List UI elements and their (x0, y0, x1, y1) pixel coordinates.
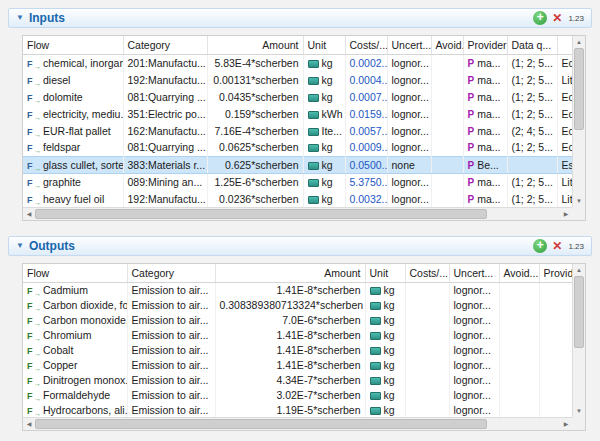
scrollbar-track[interactable] (35, 418, 560, 430)
cell-dq: (1; 2; 5... (507, 54, 557, 71)
scroll-up-icon[interactable]: ▲ (573, 36, 585, 48)
cell-category: Emission to air... (127, 372, 215, 387)
column-header-uncertainty[interactable]: Uncert... (387, 36, 431, 54)
column-header-provider[interactable]: Provider (539, 264, 572, 282)
table-row[interactable]: Fglass cullet, sorted383:Materials r...0… (23, 156, 572, 173)
table-row[interactable]: Fgraphite089:Mining an...1.25E-6*scherbe… (23, 173, 572, 190)
unit-icon (308, 179, 319, 187)
column-header-flow[interactable]: Flow (23, 264, 127, 282)
table-row[interactable]: FChromiumEmission to air...1.41E-8*scher… (23, 327, 572, 342)
cell-uncertainty: lognor... (387, 54, 431, 71)
unit-icon (370, 392, 381, 400)
column-header-provider[interactable]: Provider (463, 36, 507, 54)
column-header-dq[interactable]: Data q... (507, 36, 557, 54)
table-row[interactable]: Ffeldspar081:Quarrying ...0.0625*scherbe… (23, 139, 572, 156)
outputs-section-header[interactable]: ▼ Outputs + ✕ 1.23 (8, 236, 592, 256)
table-row[interactable]: FCadmiumEmission to air...1.41E-8*scherb… (23, 282, 572, 297)
cell-provider: Pma... (463, 122, 507, 139)
unit-icon (370, 377, 381, 385)
delete-flow-button[interactable]: ✕ (552, 240, 562, 252)
column-header-flow[interactable]: Flow (23, 36, 123, 54)
scroll-down-icon[interactable]: ▼ (573, 195, 585, 207)
horizontal-scrollbar[interactable]: ◀ ▶ (23, 207, 572, 220)
cell-uncertainty: lognor... (387, 190, 431, 207)
column-header-avoided[interactable]: Avoid... (499, 264, 539, 282)
scrollbar-thumb[interactable] (574, 48, 584, 130)
horizontal-scrollbar[interactable]: ◀ ▶ (23, 417, 572, 430)
table-row[interactable]: FDinitrogen monox...Emission to air...4.… (23, 372, 572, 387)
scrollbar-thumb[interactable] (574, 276, 584, 348)
scrollbar-track[interactable] (35, 208, 560, 220)
unit-icon (308, 77, 319, 85)
column-header-costs[interactable]: Costs/... (345, 36, 387, 54)
table-row[interactable]: Fheavy fuel oil192:Manufactu...0.0236*sc… (23, 190, 572, 207)
table-row[interactable]: FCarbon monoxide,...Emission to air...7.… (23, 312, 572, 327)
provider-icon: P (468, 92, 475, 103)
column-header-extra[interactable] (557, 36, 572, 54)
add-flow-button[interactable]: + (533, 239, 547, 253)
scrollbar-thumb[interactable] (35, 419, 487, 429)
scrollbar-thumb[interactable] (35, 209, 487, 219)
collapse-arrow-icon[interactable]: ▼ (16, 14, 24, 22)
flow-icon: F (27, 143, 41, 153)
scroll-right-icon[interactable]: ▶ (560, 208, 572, 220)
cell-extra: Ec (557, 105, 572, 122)
cell-category: 192:Manufactu... (123, 71, 207, 88)
cell-flow: FCarbon dioxide, fo... (23, 297, 127, 312)
cell-flow: Felectricity, mediu... (23, 105, 123, 122)
scroll-down-icon[interactable]: ▼ (573, 405, 585, 417)
cell-flow: FHydrocarbons, ali... (23, 402, 127, 417)
table-row[interactable]: FEUR-flat pallet162:Manufactu...7.16E-4*… (23, 122, 572, 139)
cell-unit: Ite... (303, 122, 345, 139)
column-header-amount[interactable]: Amount (215, 264, 365, 282)
cell-unit: kg (365, 282, 405, 297)
column-header-amount[interactable]: Amount (207, 36, 303, 54)
scroll-left-icon[interactable]: ◀ (23, 208, 35, 220)
header-badge: 1.23 (568, 14, 584, 23)
vertical-scrollbar[interactable]: ▲ ▼ (572, 264, 585, 417)
table-row[interactable]: Fchemical, inorganic201:Manufactu...5.83… (23, 54, 572, 71)
scroll-left-icon[interactable]: ◀ (23, 418, 35, 430)
scrollbar-track[interactable] (573, 48, 585, 195)
cell-costs: 0.0002.. (345, 54, 387, 71)
cell-extra: Es (557, 156, 572, 173)
add-flow-button[interactable]: + (533, 11, 547, 25)
table-row[interactable]: Fdiesel192:Manufactu...0.00131*scherbenk… (23, 71, 572, 88)
table-row[interactable]: FCopperEmission to air...1.41E-8*scherbe… (23, 357, 572, 372)
scroll-up-icon[interactable]: ▲ (573, 264, 585, 276)
flow-name: Carbon monoxide,... (43, 314, 127, 326)
delete-flow-button[interactable]: ✕ (552, 12, 562, 24)
column-header-costs[interactable]: Costs/... (405, 264, 449, 282)
table-row[interactable]: FFormaldehydeEmission to air...3.02E-7*s… (23, 387, 572, 402)
scroll-right-icon[interactable]: ▶ (560, 418, 572, 430)
collapse-arrow-icon[interactable]: ▼ (16, 242, 24, 250)
cell-uncertainty: lognor... (449, 297, 499, 312)
table-row[interactable]: Fdolomite081:Quarrying ...0.0435*scherbe… (23, 88, 572, 105)
cell-dq: (1; 2; 5... (507, 88, 557, 105)
table-row[interactable]: FCobaltEmission to air...1.41E-8*scherbe… (23, 342, 572, 357)
cell-flow: FEUR-flat pallet (23, 122, 123, 139)
cell-uncertainty: lognor... (449, 402, 499, 417)
table-row[interactable]: Felectricity, mediu...351:Electric po...… (23, 105, 572, 122)
column-header-avoided[interactable]: Avoid... (431, 36, 463, 54)
cell-amount: 5.83E-4*scherben (207, 54, 303, 71)
column-header-category[interactable]: Category (123, 36, 207, 54)
scrollbar-track[interactable] (573, 276, 585, 405)
inputs-section-header[interactable]: ▼ Inputs + ✕ 1.23 (8, 8, 592, 28)
flow-icon: F (27, 316, 41, 326)
vertical-scrollbar[interactable]: ▲ ▼ (572, 36, 585, 207)
column-header-unit[interactable]: Unit (365, 264, 405, 282)
column-header-uncertainty[interactable]: Uncert... (449, 264, 499, 282)
column-header-category[interactable]: Category (127, 264, 215, 282)
table-row[interactable]: FCarbon dioxide, fo...Emission to air...… (23, 297, 572, 312)
column-header-unit[interactable]: Unit (303, 36, 345, 54)
cell-flow: FCadmium (23, 282, 127, 297)
cell-costs (405, 297, 449, 312)
flow-name: Copper (43, 359, 77, 371)
cell-unit: kg (303, 71, 345, 88)
cell-costs: 0.0009... (345, 139, 387, 156)
cell-costs: 0.0500... (345, 156, 387, 173)
table-row[interactable]: FHydrocarbons, ali...Emission to air...1… (23, 402, 572, 417)
flow-name: EUR-flat pallet (43, 125, 111, 137)
cell-uncertainty: lognor... (449, 327, 499, 342)
